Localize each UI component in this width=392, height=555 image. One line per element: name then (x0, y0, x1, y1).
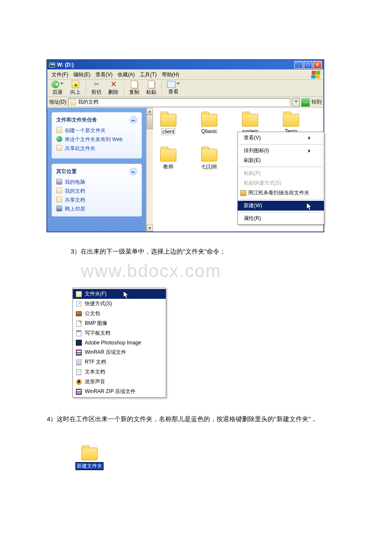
sidebar-scrollbar[interactable]: ▲ ▼ (146, 108, 153, 231)
submenu-wordpad[interactable]: 写字板文档 (73, 328, 166, 338)
tasks-panel-title: 文件和文件夹任务 (56, 116, 97, 124)
link-my-documents[interactable]: 我的文档 (56, 188, 137, 195)
task-publish-web[interactable]: 将这个文件夹发布到 Web (56, 136, 137, 143)
submenu-briefcase[interactable]: 公文包 (73, 309, 166, 318)
context-new[interactable]: 新建(W) (238, 201, 324, 211)
up-button[interactable]: 向上 (69, 80, 82, 97)
folder-item[interactable]: 七(1)班 (197, 146, 221, 171)
submenu-folder[interactable]: 文件夹(F) (73, 289, 166, 299)
folder-icon (242, 114, 258, 127)
delete-button[interactable]: ✕删除 (107, 79, 120, 97)
submenu-winrar[interactable]: WinRAR 压缩文件 (73, 347, 166, 357)
menu-favorites[interactable]: 收藏(A) (115, 70, 137, 80)
task-create-folder[interactable]: 创建一个新文件夹 (56, 127, 137, 134)
minimize-button[interactable]: _ (294, 61, 303, 69)
other-places-panel: 其它位置 ︽ 我的电脑 我的文档 共享文档 (52, 164, 142, 217)
context-refresh[interactable]: 刷新(E) (238, 156, 324, 165)
window-title: W: (D:) (57, 62, 294, 68)
submenu-zip[interactable]: WinRAR ZIP 压缩文件 (73, 387, 166, 396)
menu-view[interactable]: 查看(V) (93, 70, 115, 80)
menubar: 文件(F) 编辑(E) 查看(V) 收藏(A) 工具(T) 帮助(H) (47, 69, 323, 80)
back-button[interactable]: 后退 (50, 80, 65, 97)
folder-icon (160, 114, 176, 127)
context-antivirus-scan[interactable]: 用江民杀毒扫描当前文件夹 (238, 188, 324, 198)
step-3-text: 3）在出来的下一级菜单中，选择上边的"文件夹"命令； (71, 246, 345, 257)
cut-button[interactable]: ✂剪切 (89, 79, 103, 97)
photoshop-icon (75, 339, 82, 346)
menu-tools[interactable]: 工具(T) (137, 70, 159, 80)
link-my-computer[interactable]: 我的电脑 (56, 179, 137, 186)
submenu-bmp[interactable]: BMP 图像 (73, 318, 166, 328)
toolbar-separator (124, 82, 124, 94)
text-icon (75, 369, 82, 376)
collapse-icon[interactable]: ︽ (130, 116, 137, 124)
context-menu: 查看(V) 排列图标(I) 刷新(E) 粘贴(P) 粘贴快捷方式(S) (237, 132, 324, 225)
submenu-wave[interactable]: 波形声音 (73, 377, 166, 387)
paste-button[interactable]: 粘贴 (144, 80, 158, 97)
scroll-down-button[interactable]: ▼ (147, 225, 153, 231)
go-button[interactable]: → (301, 98, 310, 107)
views-button[interactable]: 查看 (165, 80, 182, 96)
network-icon (56, 205, 62, 211)
folder-item[interactable]: 新建文件夹 (72, 445, 107, 470)
briefcase-icon (75, 310, 82, 317)
submenu-photoshop[interactable]: Adobe Photoshop Image (73, 338, 166, 347)
maximize-button[interactable]: □ (304, 61, 312, 69)
delete-icon: ✕ (111, 80, 116, 88)
folder-icon (201, 114, 217, 127)
documents-icon (70, 99, 76, 105)
winrar-icon (75, 349, 82, 356)
folder-item[interactable]: 教师 (156, 146, 180, 171)
windows-logo-icon (310, 69, 322, 80)
address-dropdown-button[interactable] (292, 98, 300, 107)
context-arrange-icons[interactable]: 排列图标(I) (238, 146, 324, 156)
submenu-shortcut[interactable]: ↗ 快捷方式(S) (73, 299, 166, 309)
context-view[interactable]: 查看(V) (238, 133, 324, 143)
menu-help[interactable]: 帮助(H) (159, 70, 182, 80)
scroll-thumb[interactable] (147, 115, 153, 129)
folder-label: client (161, 128, 175, 135)
address-input[interactable]: 我的文档 (68, 98, 290, 107)
folder-item[interactable]: Qbasic (197, 111, 221, 135)
folder-icon (160, 149, 176, 162)
menu-file[interactable]: 文件(F) (49, 70, 71, 80)
window-titlebar[interactable]: W: (D:) _ □ × (47, 60, 323, 69)
computer-icon (56, 179, 62, 185)
drive-icon (49, 62, 55, 67)
collapse-icon[interactable]: ︽ (130, 168, 137, 175)
task-share-folder[interactable]: 共享此文件夹 (56, 145, 137, 152)
copy-button[interactable]: 复制 (127, 80, 141, 97)
context-properties[interactable]: 属性(R) (238, 214, 324, 223)
new-submenu: 文件夹(F) ↗ 快捷方式(S) 公文包 BMP 图像 写字板文档 Adobe (72, 288, 166, 398)
submenu-arrow-icon (308, 149, 312, 153)
shortcut-icon: ↗ (75, 301, 82, 307)
tasks-sidebar: 文件和文件夹任务 ︽ 创建一个新文件夹 将这个文件夹发布到 Web 共享此文件夹 (47, 108, 146, 231)
step-4-text: 4）这时在工作区出来一个新的文件夹，名称那儿是蓝色的，按退格键删除里头的"新建文… (47, 413, 345, 425)
address-label: 地址(D) (49, 98, 66, 106)
other-places-title: 其它位置 (56, 168, 77, 175)
globe-icon (56, 136, 62, 142)
folder-item[interactable]: client (156, 111, 180, 135)
folder-icon (81, 448, 98, 460)
context-paste-shortcut: 粘贴快捷方式(S) (238, 178, 324, 188)
folder-icon (201, 149, 217, 162)
folder-label: Qbasic (201, 128, 217, 134)
folder-icon (56, 188, 62, 194)
paste-icon (148, 81, 155, 88)
new-folder-preview: 新建文件夹 (72, 445, 345, 470)
menu-edit[interactable]: 编辑(E) (71, 70, 93, 80)
context-paste: 粘贴(P) (238, 168, 324, 178)
new-folder-label[interactable]: 新建文件夹 (75, 462, 104, 470)
link-shared-documents[interactable]: 共享文档 (56, 197, 137, 204)
wave-icon (75, 379, 82, 385)
link-network-places[interactable]: 网上邻居 (56, 205, 137, 213)
wordpad-icon (75, 330, 82, 337)
file-area[interactable]: client Qbasic system Temp 教师 (153, 108, 323, 231)
scroll-up-button[interactable]: ▲ (147, 108, 153, 115)
go-label: 转到 (311, 98, 322, 106)
scissors-icon: ✂ (94, 80, 99, 88)
close-button[interactable]: × (313, 61, 322, 69)
submenu-rtf[interactable]: RTF 文档 (73, 357, 166, 367)
rtf-icon (75, 359, 82, 366)
submenu-txt[interactable]: 文本文档 (73, 367, 166, 377)
